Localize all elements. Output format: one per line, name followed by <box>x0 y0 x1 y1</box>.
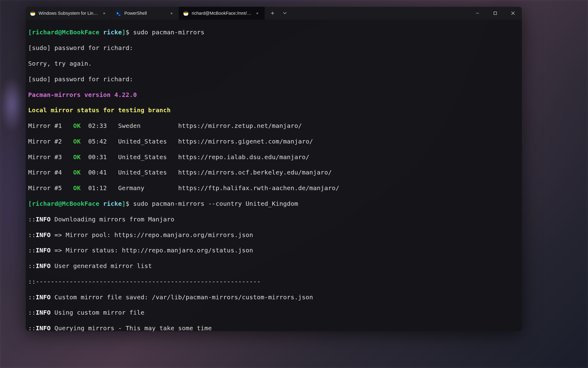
mirror-row: Mirror #3 OK 00:31 United_States https:/… <box>28 153 519 161</box>
tab-linux-active[interactable]: richard@McBookFace:/mnt/c/U ✕ <box>179 7 265 20</box>
svg-rect-0 <box>494 12 497 15</box>
separator-line: ::--------------------------------------… <box>28 278 519 286</box>
tab-dropdown-button[interactable] <box>279 8 290 19</box>
prompt-line: [richard@McBookFace ricke]$ sudo pacman-… <box>28 200 519 208</box>
mirror-row: Mirror #1 OK 02:33 Sweden https://mirror… <box>28 122 519 130</box>
tab-powershell[interactable]: >_ PowerShell ✕ <box>111 7 179 20</box>
tab-label: richard@McBookFace:/mnt/c/U <box>192 11 251 16</box>
sudo-prompt: [sudo] password for richard: <box>28 75 519 83</box>
version-line: Pacman-mirrors version 4.22.0 <box>28 91 519 99</box>
info-line: ::INFO Custom mirror file saved: /var/li… <box>28 293 519 301</box>
tab-label: PowerShell <box>124 11 166 16</box>
info-line: ::INFO User generated mirror list <box>28 262 519 270</box>
tux-icon <box>183 10 189 16</box>
info-line: ::INFO Downloading mirrors from Manjaro <box>28 216 519 223</box>
sudo-retry: Sorry, try again. <box>28 60 519 67</box>
tux-icon <box>30 10 36 16</box>
wallpaper-neon-glow <box>0 77 24 132</box>
info-line: ::INFO Using custom mirror file <box>28 309 519 316</box>
new-tab-button[interactable] <box>267 8 278 19</box>
status-header: Local mirror status for testing branch <box>28 106 519 114</box>
titlebar: Windows Subsystem for Linux F ✕ >_ Power… <box>26 7 522 20</box>
info-line: ::INFO Querying mirrors - This may take … <box>28 324 519 331</box>
close-icon[interactable]: ✕ <box>101 10 107 16</box>
close-button[interactable] <box>504 7 522 20</box>
mirror-row: Mirror #2 OK 05:42 United_States https:/… <box>28 138 519 145</box>
terminal-window: Windows Subsystem for Linux F ✕ >_ Power… <box>26 7 522 331</box>
prompt-line: [richard@McBookFace ricke]$ sudo pacman-… <box>28 29 519 36</box>
tab-strip: Windows Subsystem for Linux F ✕ >_ Power… <box>26 7 469 20</box>
mirror-row: Mirror #4 OK 00:41 United_States https:/… <box>28 169 519 176</box>
plus-icon <box>271 11 274 15</box>
mirror-row: Mirror #5 OK 01:12 Germany https://ftp.h… <box>28 184 519 192</box>
info-line: ::INFO => Mirror status: http://repo.man… <box>28 247 519 254</box>
maximize-button[interactable] <box>486 7 504 20</box>
close-icon[interactable]: ✕ <box>169 10 174 16</box>
powershell-icon: >_ <box>116 10 121 16</box>
tab-actions <box>265 7 293 20</box>
terminal-output[interactable]: [richard@McBookFace ricke]$ sudo pacman-… <box>26 20 522 331</box>
minimize-icon <box>476 11 479 15</box>
tab-wsl[interactable]: Windows Subsystem for Linux F ✕ <box>26 7 111 20</box>
tab-label: Windows Subsystem for Linux F <box>39 11 98 16</box>
minimize-button[interactable] <box>469 7 486 20</box>
sudo-prompt: [sudo] password for richard: <box>28 44 519 52</box>
maximize-icon <box>493 11 497 15</box>
close-icon[interactable]: ✕ <box>254 10 260 16</box>
info-line: ::INFO => Mirror pool: https://repo.manj… <box>28 231 519 239</box>
window-controls <box>469 7 522 20</box>
chevron-down-icon <box>283 12 287 14</box>
close-icon <box>511 11 515 15</box>
